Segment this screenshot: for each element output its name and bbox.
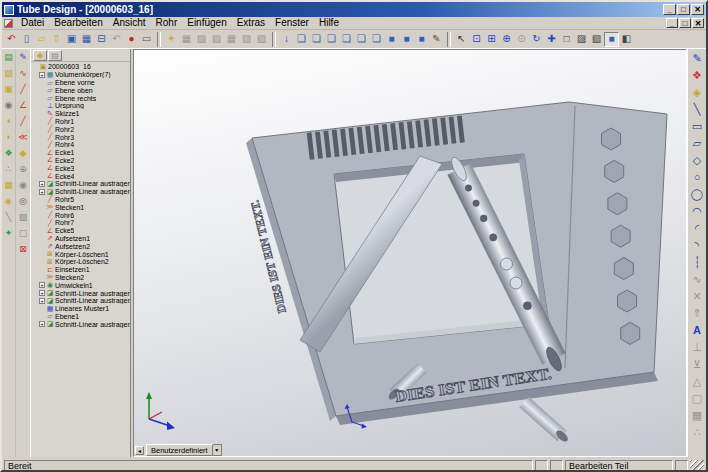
- menu-fenster[interactable]: Fenster: [270, 17, 314, 29]
- polygon-tool[interactable]: ◇: [689, 152, 706, 169]
- pan-button[interactable]: ✚: [544, 32, 559, 47]
- ellipse-tool[interactable]: ◯: [689, 186, 706, 203]
- sphere-tool[interactable]: ◉: [2, 98, 15, 114]
- rohr-tool-2[interactable]: ╱: [17, 114, 30, 130]
- select-button[interactable]: ↖: [454, 32, 469, 47]
- expand-icon[interactable]: +: [39, 181, 45, 187]
- view-bottom-button[interactable]: ❏: [369, 32, 384, 47]
- rebuild-traffic-light-button[interactable]: ●: [124, 32, 139, 47]
- rotate-view-button[interactable]: ↻: [529, 32, 544, 47]
- centerline-tool[interactable]: ┆: [689, 254, 706, 271]
- shadow-button[interactable]: ◧: [619, 32, 634, 47]
- tree-item[interactable]: ∠Ecke5: [32, 227, 130, 235]
- open-button[interactable]: ▱: [34, 32, 49, 47]
- parallelogram-tool[interactable]: ▱: [689, 135, 706, 152]
- expand-icon[interactable]: +: [39, 298, 45, 304]
- verbinden-tool[interactable]: ⊕: [17, 162, 30, 178]
- viewport-canvas[interactable]: DIES IST EIN TEXT. DIES IST EIN TEXT.: [134, 50, 687, 456]
- tree-item[interactable]: +◪Schnitt-Linear austragen1: [32, 180, 130, 188]
- new-document-button[interactable]: ▯: [19, 32, 34, 47]
- pen-tool[interactable]: ✎: [17, 50, 30, 66]
- line-tool[interactable]: ╲: [689, 101, 706, 118]
- eraser-tool[interactable]: ◆: [17, 146, 30, 162]
- tree-item[interactable]: +◉Umwickeln1: [32, 281, 130, 289]
- star-tool[interactable]: ✦: [2, 226, 15, 242]
- menu-rohr[interactable]: Rohr: [151, 17, 183, 29]
- bend-tool[interactable]: ∿: [17, 66, 30, 82]
- zoom-area-button[interactable]: ⊞: [484, 32, 499, 47]
- save-button[interactable]: ▣: [64, 32, 79, 47]
- tree-item[interactable]: ▦Lineares Muster1: [32, 305, 130, 313]
- menu-ansicht[interactable]: Ansicht: [108, 17, 151, 29]
- expand-icon[interactable]: +: [39, 321, 45, 327]
- tree-item[interactable]: ⊥Ursprung: [32, 102, 130, 110]
- tree-item[interactable]: ∠Ecke4: [32, 172, 130, 180]
- view-dimetric-button[interactable]: ■: [414, 32, 429, 47]
- named-view-button[interactable]: ✎: [429, 32, 444, 47]
- tree-item[interactable]: ≫Stecken2: [32, 274, 130, 282]
- tree-item[interactable]: ╱Rohr2: [32, 125, 130, 133]
- menu-bearbeiten[interactable]: Bearbeiten: [49, 17, 107, 29]
- body-tool-2[interactable]: ◗: [2, 130, 15, 146]
- tangent-arc-tool[interactable]: ◜: [689, 220, 706, 237]
- sketch-text-tool[interactable]: A: [689, 322, 706, 339]
- config-tab[interactable]: Benutzerdefiniert: [146, 444, 213, 456]
- gear-tool[interactable]: ◉: [17, 178, 30, 194]
- tree-item[interactable]: +◪Schnitt-Linear austragen3: [32, 289, 130, 297]
- tree-item[interactable]: ⊠Körper-Löschen2: [32, 258, 130, 266]
- library-tool[interactable]: ▤: [2, 50, 15, 66]
- hex-hole[interactable]: [618, 290, 637, 312]
- tree-item[interactable]: ▱Ebene oben: [32, 86, 130, 94]
- model-stub-tube-right[interactable]: [524, 402, 570, 444]
- expand-icon[interactable]: +: [39, 72, 45, 78]
- expand-icon[interactable]: +: [39, 282, 45, 288]
- line-feature-tool[interactable]: ╲: [2, 210, 15, 226]
- config-tab-dropdown[interactable]: ▾: [213, 444, 222, 456]
- menu-hilfe[interactable]: Hilfe: [314, 17, 344, 29]
- view-front-button[interactable]: ❏: [294, 32, 309, 47]
- shaded-button[interactable]: ■: [604, 32, 619, 47]
- expand-icon[interactable]: +: [39, 290, 45, 296]
- rohr-tool[interactable]: ╱: [17, 82, 30, 98]
- view-right-button[interactable]: ❏: [339, 32, 354, 47]
- folder-tool[interactable]: ▧: [2, 66, 15, 82]
- rectangle-tool[interactable]: ▭: [689, 118, 706, 135]
- tree-item[interactable]: +▦Volumenkörper(7): [32, 71, 130, 79]
- tree-item[interactable]: ╱Rohr6: [32, 211, 130, 219]
- tree-item[interactable]: ✎Skizze1: [32, 110, 130, 118]
- view-previous-button[interactable]: ↶: [4, 32, 19, 47]
- tree-item[interactable]: ╱Rohr4: [32, 141, 130, 149]
- tree-item[interactable]: ▱Ebene1: [32, 313, 130, 321]
- configmanager-tab[interactable]: ▤: [48, 50, 62, 61]
- options-button[interactable]: ✦: [164, 32, 179, 47]
- tree-item[interactable]: ∠Ecke1: [32, 149, 130, 157]
- cube-tool[interactable]: ▧: [17, 210, 30, 226]
- maximize-button[interactable]: □: [677, 4, 690, 15]
- save-all-button[interactable]: ▦: [79, 32, 94, 47]
- tree-item[interactable]: ⇗Aufsetzen1: [32, 235, 130, 243]
- document-icon[interactable]: [4, 19, 13, 28]
- components-tool[interactable]: ❖: [2, 146, 15, 162]
- grid-tool[interactable]: ▦: [2, 178, 15, 194]
- database-tool[interactable]: ▣: [2, 82, 15, 98]
- delete-tool[interactable]: ⊠: [17, 242, 30, 258]
- centerpoint-arc-tool[interactable]: ◠: [689, 203, 706, 220]
- box-tool[interactable]: ▢: [17, 226, 30, 242]
- sketch-tool[interactable]: ✎: [689, 50, 706, 67]
- featuremanager-tab[interactable]: ◈: [33, 50, 47, 61]
- circle-tool[interactable]: ○: [689, 169, 706, 186]
- tree-item[interactable]: +◪Schnitt-Linear austragen5: [32, 320, 130, 328]
- hex-hole[interactable]: [621, 322, 640, 344]
- tree-item[interactable]: ▱Ebene vorne: [32, 79, 130, 87]
- title-bar[interactable]: Tube Design - [20000603_16] _ □ ✕: [2, 2, 706, 17]
- tree-item[interactable]: ╱Rohr3: [32, 133, 130, 141]
- tree-item[interactable]: +◪Schnitt-Linear austragen4: [32, 297, 130, 305]
- tree-item[interactable]: ╱Rohr1: [32, 118, 130, 126]
- modify-sketch-tool[interactable]: ◈: [689, 84, 706, 101]
- view-isometric-button[interactable]: ■: [384, 32, 399, 47]
- hex-hole[interactable]: [611, 225, 630, 247]
- tab-scroll-button[interactable]: ◂: [135, 446, 144, 455]
- view-trimetric-button[interactable]: ■: [399, 32, 414, 47]
- tree-item[interactable]: ⇗Aufsetzen2: [32, 242, 130, 250]
- view-back-button[interactable]: ❏: [309, 32, 324, 47]
